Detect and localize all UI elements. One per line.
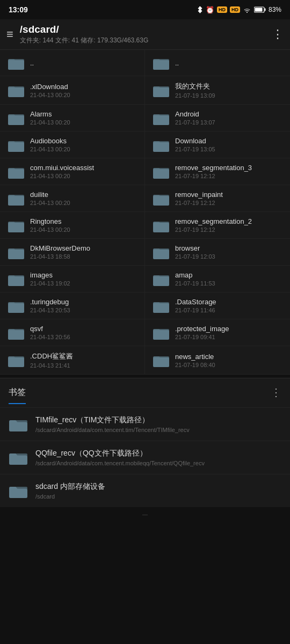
file-info: browser 21-07-19 12:03 (175, 244, 282, 260)
file-name: images (30, 271, 137, 279)
svg-rect-48 (8, 357, 24, 367)
file-item-left[interactable]: .xlDownload 21-04-13 00:20 (0, 76, 145, 105)
folder-icon (153, 245, 170, 260)
file-item-left[interactable]: .CDDH鲨鲨酱 21-04-13 21:41 (0, 346, 145, 375)
svg-rect-10 (153, 87, 169, 97)
file-item-right[interactable]: amap 21-07-19 11:53 (145, 266, 290, 292)
file-date: 21-04-13 00:20 (30, 226, 137, 233)
svg-rect-4 (8, 60, 24, 70)
bookmark-item-0[interactable]: TIMfile_recv（TIM文件下载路径） /sdcard/Android/… (0, 407, 290, 441)
file-name: Audiobooks (30, 137, 137, 145)
svg-rect-22 (153, 169, 169, 179)
file-name: Android (175, 110, 282, 118)
file-info: images 21-04-13 19:02 (30, 271, 137, 287)
folder-icon (8, 191, 25, 206)
file-item-left[interactable]: Ringtones 21-04-13 00:20 (0, 212, 145, 239)
file-name: remove_segmentation_3 (175, 164, 282, 172)
folder-icon (8, 83, 25, 98)
file-item-right[interactable]: Download 21-07-19 13:05 (145, 131, 290, 158)
file-item-left[interactable]: qsvf 21-04-13 20:56 (0, 319, 145, 346)
svg-rect-32 (8, 250, 24, 259)
svg-rect-12 (8, 115, 24, 125)
svg-rect-44 (8, 330, 24, 340)
svg-rect-1 (264, 9, 265, 11)
file-item-right[interactable]: browser 21-07-19 12:03 (145, 239, 290, 266)
svg-rect-2 (255, 8, 262, 12)
header-title-section: /sdcard/ 文件夹: 144 文件: 41 储存: 179.33G/463… (20, 24, 265, 45)
file-info: news_article 21-07-19 08:40 (175, 353, 282, 368)
file-item-right[interactable]: remove_inpaint 21-07-19 12:12 (145, 185, 290, 212)
bookmarks-title: 书签 (9, 387, 26, 398)
file-date: 21-04-13 21:41 (30, 362, 137, 369)
bookmark-path: /sdcard/Android/data/com.tencent.tim/Ten… (35, 427, 281, 433)
folder-icon (153, 191, 170, 206)
svg-rect-24 (8, 196, 24, 206)
bookmark-folder-icon (9, 416, 28, 433)
file-date: 21-04-13 18:58 (30, 253, 137, 260)
svg-rect-16 (8, 142, 24, 152)
file-date: 21-04-13 00:20 (30, 173, 137, 179)
file-info: DkMiBrowserDemo 21-04-13 18:58 (30, 244, 137, 260)
svg-rect-38 (153, 276, 169, 286)
file-item-right[interactable]: 我的文件夹 21-07-19 13:09 (145, 76, 290, 105)
file-name: .DataStorage (175, 298, 282, 306)
svg-rect-46 (153, 330, 169, 340)
file-date: 21-04-13 19:02 (30, 280, 137, 287)
file-name: .. (30, 59, 137, 67)
file-item-left[interactable]: duilite 21-04-13 00:20 (0, 185, 145, 212)
folder-icon (153, 218, 170, 233)
file-item-right[interactable]: .protected_image 21-07-19 09:41 (145, 319, 290, 346)
file-name: .protected_image (175, 325, 282, 333)
menu-icon[interactable]: ≡ (6, 27, 13, 41)
file-date: 21-07-19 12:12 (175, 200, 282, 206)
bookmarks-header: 书签 ⋮ (0, 378, 290, 403)
header: ≡ /sdcard/ 文件夹: 144 文件: 41 储存: 179.33G/4… (0, 19, 290, 49)
file-name: com.miui.voiceassist (30, 164, 137, 172)
bookmark-item-1[interactable]: QQfile_recv（QQ文件下载路径） /sdcard/Android/da… (0, 441, 290, 474)
header-more-button[interactable]: ⋮ (272, 27, 284, 41)
file-item-left[interactable]: Alarms 21-04-13 00:20 (0, 105, 145, 131)
file-date: 21-04-13 20:56 (30, 334, 137, 340)
file-info: remove_segmentation_3 21-07-19 12:12 (175, 164, 282, 179)
file-date: 21-07-19 12:12 (175, 173, 282, 179)
file-date: 21-07-19 12:12 (175, 226, 282, 233)
file-info: remove_inpaint 21-07-19 12:12 (175, 191, 282, 206)
file-item-right[interactable]: .DataStorage 21-07-19 11:46 (145, 292, 290, 319)
bluetooth-icon (197, 6, 203, 13)
file-info: .CDDH鲨鲨酱 21-04-13 21:41 (30, 352, 137, 369)
folder-icon (8, 325, 25, 340)
header-path: /sdcard/ (20, 24, 265, 35)
file-date: 21-04-13 20:53 (30, 307, 137, 313)
file-item-left[interactable]: DkMiBrowserDemo 21-04-13 18:58 (0, 239, 145, 266)
folder-icon (153, 83, 170, 98)
file-item-right[interactable]: .. (145, 50, 290, 76)
svg-rect-8 (8, 87, 24, 97)
file-item-left[interactable]: Audiobooks 21-04-13 00:20 (0, 131, 145, 158)
bookmark-item-2[interactable]: sdcard 内部存储设备 /sdcard (0, 474, 290, 507)
file-item-right[interactable]: Android 21-07-19 13:07 (145, 105, 290, 131)
folder-icon (8, 218, 25, 233)
file-info: .protected_image 21-07-19 09:41 (175, 325, 282, 340)
file-info: Audiobooks 21-04-13 00:20 (30, 137, 137, 152)
file-item-left[interactable]: .turingdebug 21-04-13 20:53 (0, 292, 145, 319)
file-item-right[interactable]: remove_segmentation_2 21-07-19 12:12 (145, 212, 290, 239)
file-date: 21-07-19 09:41 (175, 334, 282, 340)
file-name: Ringtones (30, 217, 137, 225)
file-info: .DataStorage 21-07-19 11:46 (175, 298, 282, 313)
file-info: 我的文件夹 21-07-19 13:09 (175, 82, 282, 99)
file-item-left[interactable]: .. (0, 50, 145, 76)
file-item-left[interactable]: com.miui.voiceassist 21-04-13 00:20 (0, 158, 145, 185)
battery-percent: 83% (269, 6, 281, 13)
bookmarks-more-button[interactable]: ⋮ (271, 386, 281, 399)
svg-rect-30 (153, 223, 169, 232)
svg-rect-36 (8, 276, 24, 286)
folder-icon (153, 325, 170, 340)
file-name: .xlDownload (30, 83, 137, 91)
file-item-right[interactable]: remove_segmentation_3 21-07-19 12:12 (145, 158, 290, 185)
file-item-right[interactable]: news_article 21-07-19 08:40 (145, 346, 290, 375)
file-item-left[interactable]: images 21-04-13 19:02 (0, 266, 145, 292)
file-info: Ringtones 21-04-13 00:20 (30, 217, 137, 233)
file-date: 21-04-13 00:20 (30, 146, 137, 152)
status-bar: 13:09 ⏰ HD HD 83% (0, 0, 290, 19)
file-name: Alarms (30, 110, 137, 118)
